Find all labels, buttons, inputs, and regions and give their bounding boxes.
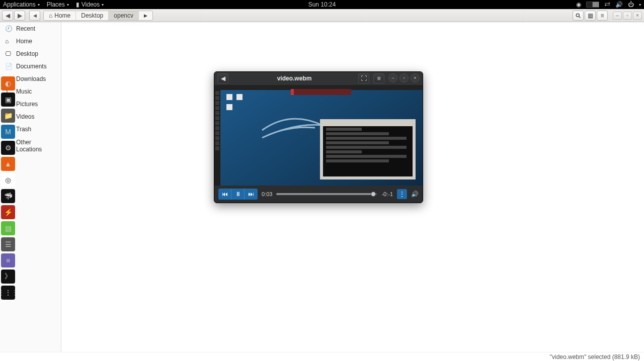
sidebar-item-documents[interactable]: 📄Documents — [0, 60, 61, 72]
dock-metasploit[interactable]: M — [1, 125, 15, 139]
fullscreen-button[interactable]: ⛶ — [358, 73, 369, 83]
label: Places — [47, 1, 65, 8]
forward-button[interactable]: ▶ — [14, 11, 25, 21]
hamburger-button[interactable]: ≡ — [597, 11, 608, 21]
label: opencv — [114, 12, 133, 19]
menu-videos[interactable]: ▮ Videos ▾ — [76, 1, 104, 8]
dock-tool-b[interactable]: ▲ — [1, 157, 15, 171]
minimize-button[interactable]: – — [613, 12, 622, 20]
label: Other Locations — [16, 139, 56, 153]
dock-files[interactable]: 📁 — [1, 109, 15, 123]
sidebar-item-home[interactable]: ⌂Home — [0, 35, 61, 47]
next-button[interactable]: ⏭ — [245, 189, 258, 200]
label: Applications — [3, 1, 36, 8]
volume-button[interactable]: 🔊 — [411, 191, 419, 198]
home-icon: ⌂ — [49, 12, 52, 19]
maximize-button[interactable]: ▫ — [623, 12, 632, 20]
prev-button[interactable]: ⏮ — [218, 189, 231, 200]
dock-tool-g[interactable]: ≡ — [1, 253, 15, 267]
video-controls: ⏮ ⏸ ⏭ 0:03 -0:-1 ⋮ 🔊 — [214, 186, 423, 203]
power-icon[interactable]: ⏻ — [628, 1, 634, 8]
dock-tool-d[interactable]: ⚡ — [1, 205, 15, 219]
label: Documents — [16, 63, 47, 70]
dock: ◐ ▣ 📁 M ⚙ ▲ ◎ 🦈 ⚡ ▤ ☰ ≡ 》 ⋮⋮⋮ — [0, 75, 16, 361]
time-remaining: -0:-1 — [381, 191, 393, 197]
player-maximize-button[interactable]: ▫ — [399, 73, 409, 82]
chevron-down-icon: ▾ — [67, 3, 69, 7]
video-terminal-window — [320, 119, 416, 179]
video-canvas[interactable] — [214, 85, 423, 186]
seek-fill — [276, 193, 371, 195]
chevron-down-icon[interactable]: ▾ — [639, 3, 641, 7]
label: Pictures — [16, 101, 38, 108]
player-menu-button[interactable]: ≡ — [373, 73, 384, 83]
breadcrumb-home[interactable]: ⌂ Home — [44, 11, 76, 20]
chevron-down-icon: ▾ — [38, 3, 40, 7]
sidebar-item-desktop[interactable]: 🖵Desktop — [0, 47, 61, 60]
clock[interactable]: Sun 10:24 — [308, 1, 336, 8]
breadcrumb-desktop[interactable]: Desktop — [76, 11, 109, 20]
document-icon: 📄 — [5, 63, 12, 70]
clock-icon: 🕘 — [5, 25, 12, 32]
pause-button[interactable]: ⏸ — [231, 189, 245, 200]
dock-tool-c[interactable]: ◎ — [1, 173, 15, 187]
videos-icon: ▮ — [76, 1, 79, 8]
dock-wireshark[interactable]: 🦈 — [1, 189, 15, 203]
view-grid-button[interactable]: ▦ — [585, 11, 596, 21]
search-icon — [575, 13, 581, 19]
breadcrumb: ⌂ Home Desktop opencv ▶ — [43, 11, 153, 21]
seek-knob[interactable] — [371, 192, 376, 197]
status-bar: "video.webm" selected (881.9 kB) — [0, 352, 644, 361]
search-button[interactable] — [573, 11, 584, 21]
label: Recent — [16, 25, 35, 32]
time-elapsed: 0:03 — [262, 191, 272, 197]
breadcrumb-forward[interactable]: ▶ — [139, 11, 152, 20]
top-panel: Applications ▾ Places ▾ ▮ Videos ▾ Sun 1… — [0, 0, 644, 9]
home-icon: ⌂ — [5, 38, 12, 45]
dock-video-editor[interactable]: 》 — [1, 269, 15, 284]
svg-point-0 — [576, 14, 579, 17]
sidebar-item-recent[interactable]: 🕘Recent — [0, 22, 61, 35]
dock-tool-f[interactable]: ☰ — [1, 237, 15, 251]
recording-icon[interactable]: ◉ — [576, 1, 581, 8]
menu-places[interactable]: Places ▾ — [47, 1, 69, 8]
player-minimize-button[interactable]: – — [388, 73, 397, 82]
network-icon[interactable]: ⮂ — [604, 1, 610, 8]
video-player-header[interactable]: ◀ video.webm ⛶ ≡ – ▫ × — [214, 72, 423, 85]
label: Videos — [16, 113, 34, 120]
dock-tool-e[interactable]: ▤ — [1, 221, 15, 235]
desktop-icon: 🖵 — [5, 50, 12, 57]
label: Videos — [82, 1, 100, 8]
player-back-button[interactable]: ◀ — [217, 73, 228, 83]
chevron-down-icon: ▾ — [102, 3, 104, 7]
dock-terminal[interactable]: ▣ — [1, 93, 15, 107]
video-player-window: ◀ video.webm ⛶ ≡ – ▫ × ⏮ ⏸ ⏭ 0:03 — [214, 71, 423, 203]
video-title: video.webm — [230, 75, 358, 82]
kali-logo-icon — [260, 113, 325, 148]
playback-buttons: ⏮ ⏸ ⏭ — [218, 189, 258, 200]
label: Music — [16, 88, 32, 95]
status-text: "video.webm" selected (881.9 kB) — [550, 353, 640, 360]
video-overlay-title — [291, 89, 351, 95]
dock-tool-a[interactable]: ⚙ — [1, 141, 15, 155]
back-button[interactable]: ◀ — [2, 11, 13, 21]
breadcrumb-opencv[interactable]: opencv — [109, 11, 139, 20]
menu-applications[interactable]: Applications ▾ — [3, 1, 40, 8]
label: Downloads — [16, 75, 46, 82]
seek-bar[interactable] — [276, 193, 377, 195]
dock-firefox[interactable]: ◐ — [1, 76, 15, 91]
close-button[interactable]: × — [633, 12, 642, 20]
label: Desktop — [81, 12, 103, 19]
svg-line-1 — [579, 16, 581, 18]
dock-show-apps[interactable]: ⋮⋮⋮ — [1, 286, 15, 300]
player-close-button[interactable]: × — [411, 73, 420, 82]
label: Home — [54, 12, 70, 19]
label: Desktop — [16, 50, 38, 57]
label: Home — [16, 38, 32, 45]
workspace-switcher[interactable] — [586, 2, 599, 8]
path-back-button[interactable]: ◀ — [29, 11, 40, 21]
player-options-button[interactable]: ⋮ — [397, 189, 407, 199]
file-manager-toolbar: ◀ ▶ ◀ ⌂ Home Desktop opencv ▶ ▦ ≡ – ▫ × — [0, 9, 644, 22]
volume-icon[interactable]: 🔊 — [615, 1, 623, 8]
label: Trash — [16, 126, 31, 133]
